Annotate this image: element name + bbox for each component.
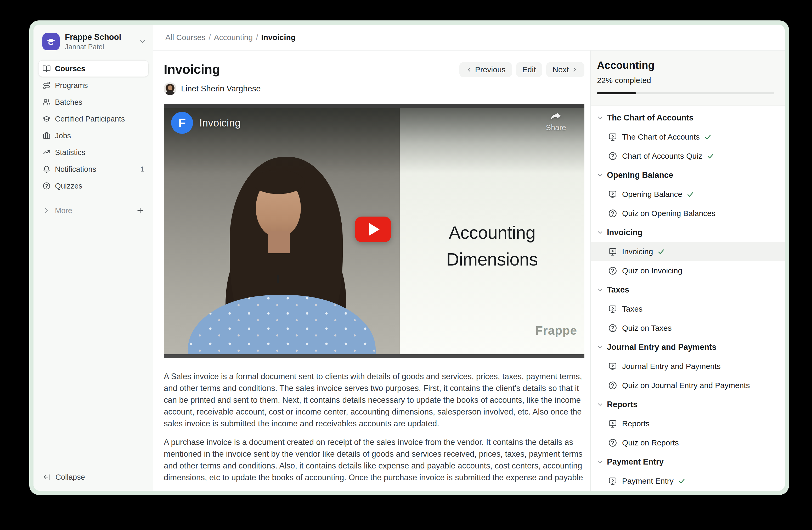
sidebar-item-courses[interactable]: Courses [38,60,149,77]
slide-title: Accounting Dimensions [400,219,584,273]
monitor-play-icon [608,419,618,428]
chevron-down-icon [596,229,604,236]
chapter-label: Payment Entry [607,457,664,466]
presenter-art [252,170,305,194]
lesson-nav-buttons: Previous Edit Next [459,62,584,77]
lesson-label: Opening Balance [622,190,682,199]
edit-label: Edit [522,65,536,74]
next-button[interactable]: Next [546,62,584,77]
lesson-row-active[interactable]: Invoicing [591,242,785,261]
lesson-label: The Chart of Accounts [622,132,700,141]
sidebar-item-batches[interactable]: Batches [38,94,149,111]
chapter-row[interactable]: Taxes [591,280,785,299]
video-title-overlay[interactable]: F Invoicing [171,112,241,134]
chapter-row[interactable]: The Chart of Accounts [591,108,785,127]
author-name: Linet Sherin Varghese [181,84,261,94]
share-button[interactable]: Share [546,110,566,132]
video-player[interactable]: Accounting Dimensions Frappe F Invoicing [164,104,584,358]
author-avatar [164,83,176,95]
sidebar-item-programs[interactable]: Programs [38,77,149,94]
chevron-down-icon [596,114,604,122]
sidebar-collapse-button[interactable]: Collapse [38,469,149,486]
share-arrow-icon [549,110,563,122]
sidebar-item-quizzes[interactable]: Quizzes [38,178,149,194]
lesson-row[interactable]: Journal Entry and Payments [591,357,785,376]
sidebar-item-label: Certified Participants [55,115,125,123]
book-open-icon [42,65,51,73]
help-circle-icon [608,323,618,333]
lesson-row[interactable]: Reports [591,414,785,433]
lesson-label: Reports [622,419,650,428]
lesson-label: Taxes [622,305,642,313]
chapter-row[interactable]: Payment Entry [591,452,785,471]
plus-icon[interactable] [136,206,144,215]
graduation-cap-logo-icon [46,37,56,47]
check-icon [678,477,686,485]
chapter-row[interactable]: Invoicing [591,223,785,242]
chapter-row[interactable]: Journal Entry and Payments [591,337,785,357]
chevron-down-icon [596,171,604,179]
chevron-down-icon [596,286,604,294]
chapter-label: Journal Entry and Payments [607,343,716,352]
breadcrumb: All Courses / Accounting / Invoicing [153,25,785,51]
check-icon [657,248,665,255]
breadcrumb-all-courses[interactable]: All Courses [165,33,205,42]
sidebar-item-more[interactable]: More [38,202,149,219]
sidebar-item-label: Courses [55,65,85,73]
lesson-row[interactable]: Opening Balance [591,185,785,204]
chapter-row[interactable]: Reports [591,395,785,414]
frappe-watermark: Frappe [536,323,577,337]
page-title: Invoicing [164,61,220,77]
lesson-main: Invoicing Previous Edit Nex [153,51,590,491]
check-icon [707,152,714,160]
check-icon [686,190,694,198]
sidebar-item-jobs[interactable]: Jobs [38,127,149,144]
youtube-play-button[interactable] [355,217,391,242]
help-circle-icon [608,266,618,276]
chapter-label: Taxes [607,285,629,295]
quiz-row[interactable]: Quiz on Journal Entry and Payments [591,376,785,395]
quiz-label: Quiz on Invoicing [622,266,682,275]
chevron-down-icon[interactable] [139,38,146,45]
sidebar-item-notifications[interactable]: Notifications 1 [38,161,149,178]
chapter-row[interactable]: Opening Balance [591,166,785,185]
video-letterbox-top [164,104,584,108]
quiz-row[interactable]: Quiz on Invoicing [591,261,785,280]
monitor-play-icon [608,304,618,314]
chapter-label: The Chart of Accounts [607,113,694,123]
sidebar-item-label: Batches [55,98,83,107]
quiz-label: Quiz on Opening Balances [622,209,715,218]
play-triangle-icon [369,223,380,236]
breadcrumb-course[interactable]: Accounting [214,33,253,42]
monitor-play-icon [608,190,618,199]
sidebar-item-certified-participants[interactable]: Certified Participants [38,111,149,127]
edit-button[interactable]: Edit [516,62,542,77]
lesson-paragraph: A Sales invoice is a formal document sen… [164,371,584,430]
quiz-label: Quiz on Taxes [622,324,672,333]
briefcase-icon [42,131,51,140]
sidebar: Frappe School Jannat Patel Courses Progr… [33,25,153,491]
sidebar-item-statistics[interactable]: Statistics [38,144,149,161]
workspace-switcher[interactable]: Frappe School Jannat Patel [33,25,153,51]
lesson-row[interactable]: Taxes [591,299,785,318]
video-letterbox-bottom [164,354,584,358]
channel-avatar: F [171,112,193,134]
course-progress-bar [597,92,774,94]
chevron-down-icon [596,458,604,465]
quiz-row[interactable]: Quiz on Opening Balances [591,204,785,223]
lesson-body: Invoicing Previous Edit Nex [153,51,785,491]
video-slide-area: Accounting Dimensions Frappe [400,108,584,354]
slide-title-line2: Dimensions [400,246,584,273]
lesson-row[interactable]: Payment Entry [591,471,785,490]
frappe-school-logo [42,33,60,50]
slide-title-line1: Accounting [400,219,584,246]
quiz-row[interactable]: Chart of Accounts Quiz [591,147,785,166]
quiz-row[interactable]: Quiz on Reports [591,433,785,452]
workspace-name: Frappe School [65,32,121,42]
lesson-row[interactable]: The Chart of Accounts [591,127,785,147]
sidebar-item-label: Jobs [55,131,71,140]
quiz-row[interactable]: Quiz on Taxes [591,318,785,337]
previous-button[interactable]: Previous [459,62,512,77]
lesson-label: Journal Entry and Payments [622,362,721,371]
content-column: All Courses / Accounting / Invoicing Inv… [153,25,785,491]
